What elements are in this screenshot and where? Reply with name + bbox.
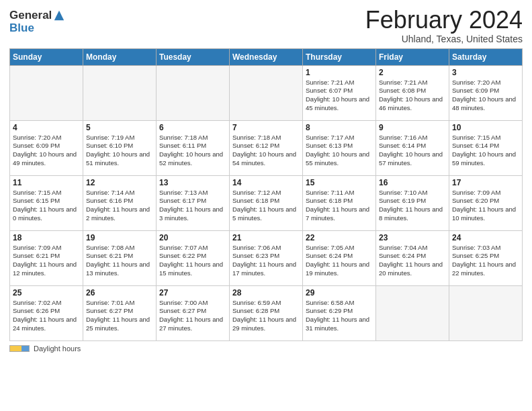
day-number: 9: [379, 123, 446, 132]
calendar-cell: [10, 65, 83, 120]
svg-marker-0: [54, 11, 64, 20]
day-number: 2: [379, 68, 446, 77]
day-number: 16: [379, 178, 446, 187]
day-info: Sunrise: 7:01 AMSunset: 6:27 PMDaylight:…: [86, 299, 153, 333]
calendar-cell: [83, 65, 157, 120]
footer-note: Daylight hours: [9, 345, 523, 353]
calendar-cell: 28Sunrise: 6:59 AMSunset: 6:28 PMDayligh…: [230, 285, 303, 340]
day-number: 4: [13, 123, 80, 132]
day-number: 1: [306, 68, 373, 77]
calendar-header-row: SundayMondayTuesdayWednesdayThursdayFrid…: [10, 48, 523, 65]
calendar-cell: 25Sunrise: 7:02 AMSunset: 6:26 PMDayligh…: [10, 285, 83, 340]
calendar-cell: 8Sunrise: 7:17 AMSunset: 6:13 PMDaylight…: [303, 120, 376, 175]
day-number: 21: [232, 233, 300, 242]
header: General Blue February 2024 Uhland, Texas…: [9, 7, 523, 44]
day-info: Sunrise: 7:16 AMSunset: 6:14 PMDaylight:…: [379, 134, 446, 168]
day-info: Sunrise: 7:11 AMSunset: 6:18 PMDaylight:…: [306, 189, 373, 223]
day-number: 3: [452, 68, 519, 77]
day-info: Sunrise: 6:58 AMSunset: 6:29 PMDaylight:…: [306, 299, 373, 333]
day-info: Sunrise: 7:00 AMSunset: 6:27 PMDaylight:…: [159, 299, 226, 333]
logo-blue: Blue: [9, 22, 65, 35]
calendar-week-5: 25Sunrise: 7:02 AMSunset: 6:26 PMDayligh…: [10, 285, 523, 340]
calendar-cell: 29Sunrise: 6:58 AMSunset: 6:29 PMDayligh…: [303, 285, 376, 340]
day-info: Sunrise: 7:09 AMSunset: 6:20 PMDaylight:…: [452, 189, 519, 223]
day-number: 20: [159, 233, 226, 242]
day-info: Sunrise: 7:09 AMSunset: 6:21 PMDaylight:…: [13, 244, 80, 278]
calendar-cell: [376, 285, 449, 340]
title-area: February 2024 Uhland, Texas, United Stat…: [365, 7, 523, 44]
calendar-cell: [157, 65, 230, 120]
col-header-saturday: Saturday: [449, 48, 523, 65]
calendar-week-3: 11Sunrise: 7:15 AMSunset: 6:15 PMDayligh…: [10, 175, 523, 230]
calendar-cell: 16Sunrise: 7:10 AMSunset: 6:19 PMDayligh…: [376, 175, 449, 230]
calendar-cell: 22Sunrise: 7:05 AMSunset: 6:24 PMDayligh…: [303, 230, 376, 285]
calendar-cell: 24Sunrise: 7:03 AMSunset: 6:25 PMDayligh…: [449, 230, 523, 285]
day-info: Sunrise: 7:21 AMSunset: 6:07 PMDaylight:…: [306, 79, 373, 113]
day-info: Sunrise: 7:15 AMSunset: 6:14 PMDaylight:…: [452, 134, 519, 168]
day-info: Sunrise: 7:06 AMSunset: 6:23 PMDaylight:…: [232, 244, 300, 278]
day-info: Sunrise: 7:03 AMSunset: 6:25 PMDaylight:…: [452, 244, 519, 278]
calendar-cell: 2Sunrise: 7:21 AMSunset: 6:08 PMDaylight…: [376, 65, 449, 120]
calendar-cell: 20Sunrise: 7:07 AMSunset: 6:22 PMDayligh…: [157, 230, 230, 285]
logo-icon: [53, 9, 65, 21]
calendar-cell: 14Sunrise: 7:12 AMSunset: 6:18 PMDayligh…: [230, 175, 303, 230]
day-info: Sunrise: 7:12 AMSunset: 6:18 PMDaylight:…: [232, 189, 300, 223]
calendar-cell: 18Sunrise: 7:09 AMSunset: 6:21 PMDayligh…: [10, 230, 83, 285]
calendar-cell: 7Sunrise: 7:18 AMSunset: 6:12 PMDaylight…: [230, 120, 303, 175]
day-number: 29: [306, 288, 373, 298]
calendar-cell: 3Sunrise: 7:20 AMSunset: 6:09 PMDaylight…: [449, 65, 523, 120]
day-number: 8: [306, 123, 373, 132]
day-info: Sunrise: 7:20 AMSunset: 6:09 PMDaylight:…: [452, 79, 519, 113]
day-number: 28: [232, 288, 300, 298]
day-info: Sunrise: 7:20 AMSunset: 6:09 PMDaylight:…: [13, 134, 80, 168]
day-number: 15: [306, 178, 373, 187]
day-info: Sunrise: 7:10 AMSunset: 6:19 PMDaylight:…: [379, 189, 446, 223]
day-number: 24: [452, 233, 519, 242]
day-info: Sunrise: 7:02 AMSunset: 6:26 PMDaylight:…: [13, 299, 80, 333]
logo-area: General Blue: [9, 7, 65, 34]
calendar-cell: 15Sunrise: 7:11 AMSunset: 6:18 PMDayligh…: [303, 175, 376, 230]
day-number: 6: [159, 123, 226, 132]
calendar-cell: 12Sunrise: 7:14 AMSunset: 6:16 PMDayligh…: [83, 175, 157, 230]
calendar-cell: 5Sunrise: 7:19 AMSunset: 6:10 PMDaylight…: [83, 120, 157, 175]
calendar-table: SundayMondayTuesdayWednesdayThursdayFrid…: [9, 48, 523, 341]
day-info: Sunrise: 7:15 AMSunset: 6:15 PMDaylight:…: [13, 189, 80, 223]
day-number: 18: [13, 233, 80, 242]
day-info: Sunrise: 7:17 AMSunset: 6:13 PMDaylight:…: [306, 134, 373, 168]
logo-general: General: [9, 9, 52, 22]
col-header-friday: Friday: [376, 48, 449, 65]
col-header-tuesday: Tuesday: [157, 48, 230, 65]
day-number: 5: [86, 123, 153, 132]
day-info: Sunrise: 7:07 AMSunset: 6:22 PMDaylight:…: [159, 244, 226, 278]
day-info: Sunrise: 7:19 AMSunset: 6:10 PMDaylight:…: [86, 134, 153, 168]
calendar-week-1: 1Sunrise: 7:21 AMSunset: 6:07 PMDaylight…: [10, 65, 523, 120]
day-number: 26: [86, 288, 153, 298]
daylight-bar-icon: [9, 345, 30, 352]
calendar-cell: 27Sunrise: 7:00 AMSunset: 6:27 PMDayligh…: [157, 285, 230, 340]
day-info: Sunrise: 7:14 AMSunset: 6:16 PMDaylight:…: [86, 189, 153, 223]
calendar-week-2: 4Sunrise: 7:20 AMSunset: 6:09 PMDaylight…: [10, 120, 523, 175]
calendar-cell: 26Sunrise: 7:01 AMSunset: 6:27 PMDayligh…: [83, 285, 157, 340]
calendar-cell: 11Sunrise: 7:15 AMSunset: 6:15 PMDayligh…: [10, 175, 83, 230]
day-number: 23: [379, 233, 446, 242]
calendar-cell: 10Sunrise: 7:15 AMSunset: 6:14 PMDayligh…: [449, 120, 523, 175]
calendar-cell: 17Sunrise: 7:09 AMSunset: 6:20 PMDayligh…: [449, 175, 523, 230]
day-info: Sunrise: 7:18 AMSunset: 6:12 PMDaylight:…: [232, 134, 300, 168]
day-number: 12: [86, 178, 153, 187]
day-info: Sunrise: 6:59 AMSunset: 6:28 PMDaylight:…: [232, 299, 300, 333]
calendar-cell: 4Sunrise: 7:20 AMSunset: 6:09 PMDaylight…: [10, 120, 83, 175]
day-number: 13: [159, 178, 226, 187]
col-header-wednesday: Wednesday: [230, 48, 303, 65]
day-number: 19: [86, 233, 153, 242]
col-header-monday: Monday: [83, 48, 157, 65]
calendar-cell: [230, 65, 303, 120]
location-subtitle: Uhland, Texas, United States: [365, 34, 523, 44]
month-title: February 2024: [365, 7, 523, 34]
col-header-sunday: Sunday: [10, 48, 83, 65]
calendar-cell: 23Sunrise: 7:04 AMSunset: 6:24 PMDayligh…: [376, 230, 449, 285]
day-number: 22: [306, 233, 373, 242]
calendar-cell: [449, 285, 523, 340]
day-number: 10: [452, 123, 519, 132]
day-info: Sunrise: 7:08 AMSunset: 6:21 PMDaylight:…: [86, 244, 153, 278]
day-number: 7: [232, 123, 300, 132]
